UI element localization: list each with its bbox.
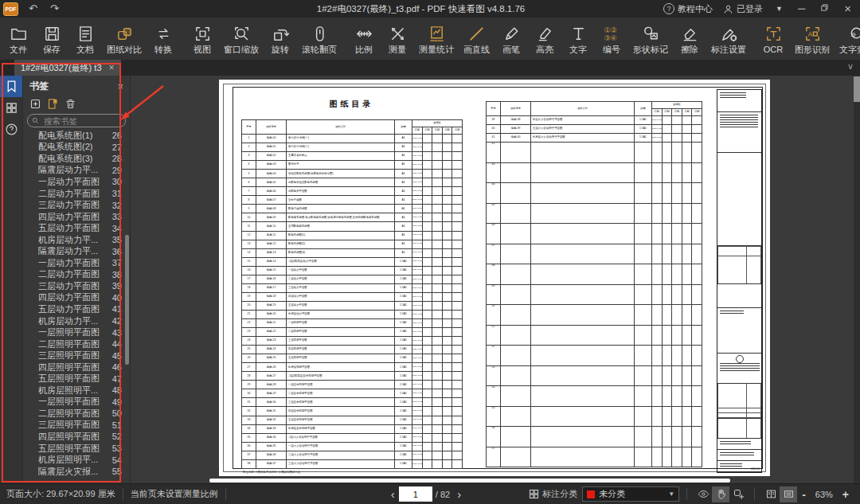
panel-close-icon[interactable]: × <box>117 80 123 92</box>
bookmark-label: 机房层动力平... <box>38 315 109 327</box>
continuous-view-button[interactable] <box>780 486 797 502</box>
bookmark-item[interactable]: 二层动力平面图38 <box>23 269 125 281</box>
delete-bookmark-icon[interactable] <box>64 98 76 110</box>
page-number-input[interactable] <box>399 486 432 502</box>
bookmark-search-input[interactable] <box>42 115 121 127</box>
scale-button[interactable]: 比例 <box>347 18 381 60</box>
rail-thumbnails-button[interactable] <box>0 97 22 119</box>
text-button[interactable]: 文字 <box>561 18 595 60</box>
restore-button[interactable] <box>818 0 831 18</box>
skin-menu-icon[interactable]: ▼ <box>773 0 785 18</box>
rotate-button[interactable]: 旋转 <box>264 18 297 60</box>
bookmark-item[interactable]: 机房层动力平...42 <box>23 315 125 327</box>
bookmark-item[interactable]: 机房层动力平...35 <box>23 234 125 246</box>
ocr-button[interactable]: OCR <box>756 18 790 60</box>
bookmark-item[interactable]: 隔震层动力平...29 <box>23 165 125 177</box>
shape-mark-button[interactable]: 形状标记 <box>628 18 673 60</box>
bookmark-label: 四层照明平面图 <box>38 361 109 373</box>
text-icon <box>569 25 588 43</box>
svg-text:③④: ③④ <box>604 34 616 42</box>
bookmark-item[interactable]: 隔震层火灾报...55 <box>23 466 125 478</box>
collapse-toolbar-icon[interactable]: ∨ <box>847 61 854 72</box>
document-label: 文档 <box>76 45 94 54</box>
bookmark-item[interactable]: 二层动力平面图31 <box>23 188 125 200</box>
highlight-button[interactable]: 高亮 <box>528 18 561 60</box>
erase-button[interactable]: 擦除 <box>673 18 706 60</box>
view-button[interactable]: 视图 <box>186 18 219 60</box>
bookmark-item[interactable]: 五层照明平面图53 <box>23 443 125 455</box>
measure-button[interactable]: 测量 <box>381 18 414 60</box>
bookmark-item[interactable]: 一层动力平面图30 <box>23 176 125 188</box>
toolbar-overflow-button[interactable]: » <box>850 29 856 40</box>
user-icon <box>723 4 733 14</box>
bookmark-item[interactable]: 三层动力平面图32 <box>23 199 125 211</box>
zoom-out-button[interactable]: - <box>797 488 811 501</box>
bookmark-item[interactable]: 配电系统图(2)27 <box>23 142 125 154</box>
rail-help-button[interactable] <box>0 119 22 140</box>
number-button[interactable]: ①②③④编号 <box>595 18 628 60</box>
bookmark-label: 配电系统图(2) <box>38 141 109 153</box>
bookmark-item[interactable]: 一层照明平面图43 <box>23 326 125 338</box>
redo-icon[interactable]: ↷ <box>48 0 61 18</box>
toggle-annotations-button[interactable] <box>694 486 712 502</box>
zoom-in-button[interactable]: + <box>838 488 854 501</box>
bookmark-item[interactable]: 五层动力平面图41 <box>23 303 125 315</box>
convert-button[interactable]: 转换 <box>147 18 180 60</box>
bookmark-item[interactable]: 一层动力平面图37 <box>23 257 125 269</box>
bookmark-item[interactable]: 机房层照明平...48 <box>23 385 125 397</box>
document-button[interactable]: 文档 <box>68 18 102 60</box>
annot-class-dropdown[interactable]: 未分类 ▼ <box>582 486 679 502</box>
convert-icon <box>154 25 173 43</box>
viewer-vscrollbar[interactable] <box>854 76 860 483</box>
bookmark-page-number: 43 <box>112 328 122 338</box>
shape-recognize-button[interactable]: A图形识别 <box>790 18 835 60</box>
bookmark-item[interactable]: 二层照明平面图50 <box>23 408 125 420</box>
bookmark-item[interactable]: 二层照明平面图44 <box>23 338 125 350</box>
file-button[interactable]: 文件 <box>2 18 35 60</box>
facing-view-button[interactable] <box>762 486 780 502</box>
tab-close-icon[interactable]: × <box>109 62 115 73</box>
close-button[interactable]: × <box>842 0 854 18</box>
title-block-date: 2021.03 <box>751 467 760 471</box>
tutorial-center-button[interactable]: ? 教程中心 <box>663 3 713 15</box>
thumbnails-grid-icon <box>5 101 18 115</box>
login-button[interactable]: 已登录 <box>723 3 763 15</box>
pen-button[interactable]: 画笔 <box>494 18 528 60</box>
drawing-compare-button[interactable]: 图纸对比 <box>102 18 147 60</box>
draw-line-button[interactable]: 画直线 <box>459 18 494 60</box>
bookmark-item[interactable]: 三层动力平面图39 <box>23 280 125 292</box>
rail-bookmarks-button[interactable] <box>0 76 22 97</box>
bookmark-item[interactable]: 四层动力平面图40 <box>23 292 125 304</box>
document-tab[interactable]: 1#2#电0327(最终) t3 × <box>14 60 121 76</box>
select-annotation-button[interactable] <box>729 486 747 502</box>
bookmark-item[interactable]: 四层照明平面图46 <box>23 361 125 373</box>
bookmark-item[interactable]: 隔震层动力平...36 <box>23 245 125 257</box>
bookmark-item[interactable]: 四层动力平面图33 <box>23 211 125 223</box>
pan-tool-button[interactable] <box>712 486 729 502</box>
undo-icon[interactable]: ↶ <box>26 0 40 18</box>
window-zoom-button[interactable]: 窗口缩放 <box>219 18 264 60</box>
bookmark-item[interactable]: 五层动力平面图34 <box>23 222 125 234</box>
viewer-vscrollbar-thumb[interactable] <box>854 76 860 102</box>
bookmark-item[interactable]: 三层照明平面图51 <box>23 420 125 432</box>
viewer-hscrollbar-thumb[interactable] <box>209 479 730 483</box>
bookmark-item[interactable]: 一层照明平面图49 <box>23 397 125 408</box>
measure-stats-button[interactable]: 测量统计 <box>414 18 459 60</box>
bookmark-scrollbar-thumb[interactable] <box>125 235 129 365</box>
minimize-button[interactable]: ─ <box>796 0 807 18</box>
prev-page-icon[interactable]: ‹ <box>387 486 399 502</box>
wheel-page-button[interactable]: 滚轮翻页 <box>297 18 342 60</box>
bookmark-item[interactable]: 配电系统图(3)28 <box>23 153 125 165</box>
bookmark-item[interactable]: 五层照明平面图47 <box>23 373 125 385</box>
next-page-icon[interactable]: › <box>453 486 465 502</box>
text-find-button[interactable]: 文字查找 <box>835 18 860 60</box>
save-button[interactable]: 保存 <box>35 18 68 60</box>
bookmark-item[interactable]: 机房层照明平...54 <box>23 454 125 466</box>
add-bookmark-icon[interactable] <box>29 98 41 110</box>
pdf-viewer[interactable]: 图纸目录 序号图纸编号图纸名称图幅会签栏日期日期日期日期日期1电施-00电气设计… <box>131 76 860 483</box>
bookmark-flag-icon[interactable] <box>47 98 59 110</box>
annot-settings-button[interactable]: 标注设置 <box>706 18 751 60</box>
bookmark-item[interactable]: 配电系统图(1)26 <box>23 130 125 142</box>
bookmark-item[interactable]: 三层照明平面图45 <box>23 350 125 361</box>
bookmark-item[interactable]: 四层照明平面图52 <box>23 431 125 443</box>
